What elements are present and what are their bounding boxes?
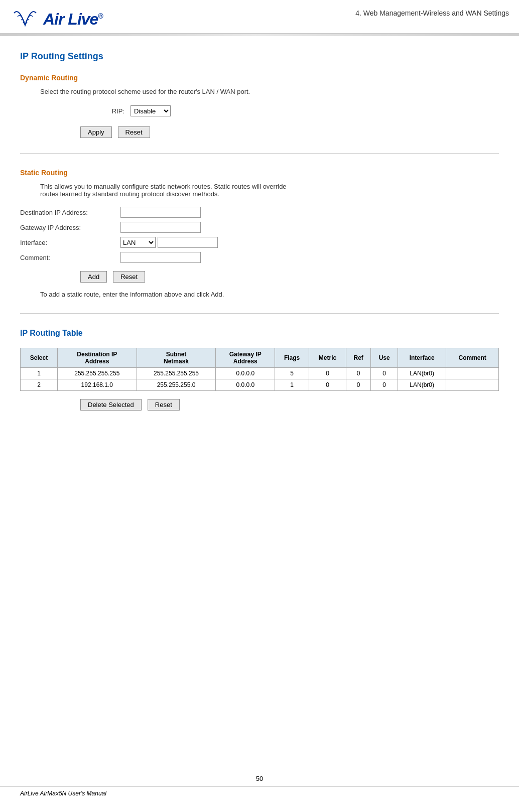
col-metric: Metric [309, 348, 346, 368]
table-buttons: Delete Selected Reset [80, 399, 499, 411]
dynamic-apply-button[interactable]: Apply [80, 126, 112, 138]
cell-select: 1 [21, 368, 58, 379]
header: Air Live® 4. Web Management-Wireless and… [0, 0, 519, 34]
cell-dest-ip: 192.168.1.0 [57, 379, 137, 391]
col-use: Use [371, 348, 398, 368]
static-reset-button[interactable]: Reset [113, 271, 145, 283]
interface-select[interactable]: LAN WAN [120, 237, 156, 248]
dynamic-routing-desc: Select the routing protocol scheme used … [40, 88, 499, 95]
delete-selected-button[interactable]: Delete Selected [80, 399, 142, 411]
cell-use: 0 [371, 368, 398, 379]
footer-manual-text: AirLive AirMax5N User's Manual [0, 786, 519, 797]
cell-gateway: 0.0.0.0 [216, 379, 275, 391]
static-desc-line1: This allows you to manually configure st… [40, 183, 499, 190]
static-routing-hint: To add a static route, enter the informa… [40, 291, 499, 298]
brand-air: Air Live® [43, 10, 103, 29]
col-select: Select [21, 348, 58, 368]
comment-label: Comment: [20, 254, 120, 261]
header-title: 4. Web Management-Wireless and WAN Setti… [355, 5, 509, 17]
ip-routing-table-heading: IP Routing Table [20, 329, 499, 338]
dest-ip-input[interactable] [120, 207, 201, 218]
col-comment: Comment [446, 348, 499, 368]
logo-brand: Air Live® [10, 5, 103, 33]
gateway-ip-row: Gateway IP Address: [20, 222, 499, 233]
ip-routing-table-section: IP Routing Table Select Destination IPAd… [20, 329, 499, 411]
table-reset-button[interactable]: Reset [148, 399, 180, 411]
page-title: IP Routing Settings [20, 51, 499, 62]
comment-row: Comment: [20, 252, 499, 263]
cell-subnet: 255.255.255.0 [137, 379, 216, 391]
rip-label: RIP: [40, 107, 131, 115]
cell-subnet: 255.255.255.255 [137, 368, 216, 379]
rip-row: RIP: Disable Enable [40, 105, 499, 116]
logo-container: Air Live® [10, 5, 103, 33]
cell-ref: 0 [346, 368, 370, 379]
dynamic-routing-heading: Dynamic Routing [20, 74, 499, 82]
cell-select: 2 [21, 379, 58, 391]
rip-select[interactable]: Disable Enable [131, 105, 171, 116]
dynamic-reset-button[interactable]: Reset [118, 126, 150, 138]
static-routing-desc: This allows you to manually configure st… [40, 183, 499, 198]
cell-use: 0 [371, 379, 398, 391]
gateway-ip-label: Gateway IP Address: [20, 224, 120, 231]
col-interface: Interface [398, 348, 446, 368]
dest-ip-row: Destination IP Address: [20, 207, 499, 218]
static-routing-section: Static Routing This allows you to manual… [20, 169, 499, 298]
table-row: 1 255.255.255.255 255.255.255.255 0.0.0.… [21, 368, 499, 379]
cell-metric: 0 [309, 379, 346, 391]
col-flags: Flags [275, 348, 309, 368]
cell-comment [446, 379, 499, 391]
col-ref: Ref [346, 348, 370, 368]
cell-flags: 1 [275, 379, 309, 391]
registered-mark: ® [98, 12, 102, 20]
cell-comment [446, 368, 499, 379]
dynamic-routing-section: Dynamic Routing Select the routing proto… [20, 74, 499, 138]
table-row: 2 192.168.1.0 255.255.255.0 0.0.0.0 1 0 … [21, 379, 499, 391]
col-subnet: SubnetNetmask [137, 348, 216, 368]
cell-metric: 0 [309, 368, 346, 379]
cell-flags: 5 [275, 368, 309, 379]
divider-1 [20, 153, 499, 154]
logo-wifi-icon [10, 5, 40, 33]
main-content: IP Routing Settings Dynamic Routing Sele… [0, 36, 519, 441]
interface-controls: LAN WAN [120, 237, 218, 248]
dynamic-routing-buttons: Apply Reset [80, 126, 499, 138]
dest-ip-label: Destination IP Address: [20, 209, 120, 216]
gateway-ip-input[interactable] [120, 222, 201, 233]
comment-input[interactable] [120, 252, 201, 263]
cell-dest-ip: 255.255.255.255 [57, 368, 137, 379]
page-number: 50 [0, 775, 519, 782]
interface-row: Interface: LAN WAN [20, 237, 499, 248]
cell-interface: LAN(br0) [398, 368, 446, 379]
cell-ref: 0 [346, 379, 370, 391]
static-desc-line2: routes learned by standard routing proto… [40, 190, 499, 198]
cell-gateway: 0.0.0.0 [216, 368, 275, 379]
interface-extra-input[interactable] [158, 237, 218, 248]
divider-2 [20, 313, 499, 314]
static-routing-heading: Static Routing [20, 169, 499, 177]
brand-name: Air Live® [43, 10, 103, 29]
cell-interface: LAN(br0) [398, 379, 446, 391]
col-dest-ip: Destination IPAddress [57, 348, 137, 368]
static-routing-form: Destination IP Address: Gateway IP Addre… [20, 207, 499, 263]
routing-table: Select Destination IPAddress SubnetNetma… [20, 348, 499, 391]
footer: 50 AirLive AirMax5N User's Manual [0, 775, 519, 797]
static-add-button[interactable]: Add [80, 271, 107, 283]
interface-label: Interface: [20, 239, 120, 246]
col-gateway: Gateway IPAddress [216, 348, 275, 368]
static-routing-buttons: Add Reset [80, 271, 499, 283]
